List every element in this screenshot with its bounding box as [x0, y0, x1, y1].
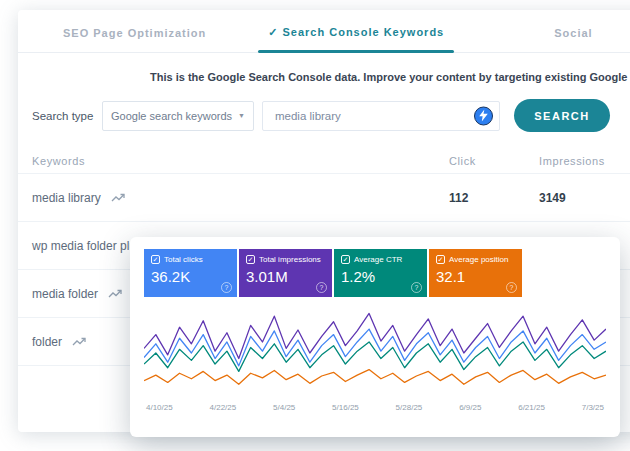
- x-tick: 7/3/25: [582, 403, 604, 412]
- x-tick: 6/21/25: [518, 403, 545, 412]
- gsc-performance-card: ✓ Total clicks 36.2K ? ✓ Total impressio…: [130, 237, 620, 437]
- dropdown-value: Google search keywords: [111, 110, 232, 122]
- help-icon[interactable]: ?: [316, 282, 327, 293]
- stat-total-impressions[interactable]: ✓ Total impressions 3.01M ?: [239, 249, 332, 297]
- search-controls: Search type Google search keywords ▼ SEA…: [32, 99, 630, 132]
- table-row[interactable]: media library 112 3149: [18, 174, 630, 222]
- search-type-dropdown[interactable]: Google search keywords ▼: [102, 101, 254, 131]
- keyword-text: media library: [32, 191, 101, 205]
- checkbox-icon: ✓: [151, 255, 160, 264]
- x-tick: 6/9/25: [459, 403, 481, 412]
- tabs-bar: SEO Page Optimization ✓Search Console Ke…: [18, 10, 630, 53]
- stat-boxes: ✓ Total clicks 36.2K ? ✓ Total impressio…: [144, 249, 606, 297]
- keyword-text: media folder: [32, 287, 98, 301]
- stat-label: Total impressions: [259, 255, 321, 264]
- stat-value: 36.2K: [151, 268, 230, 285]
- search-button[interactable]: SEARCH: [514, 99, 610, 132]
- x-tick: 5/16/25: [332, 403, 359, 412]
- stat-label: Total clicks: [164, 255, 203, 264]
- help-icon[interactable]: ?: [506, 282, 517, 293]
- x-tick: 4/22/25: [210, 403, 237, 412]
- checkbox-icon: ✓: [436, 255, 445, 264]
- keyword-input-wrap: [262, 101, 500, 131]
- tab-label: SEO Page Optimization: [63, 27, 206, 39]
- checkbox-icon: ✓: [246, 255, 255, 264]
- lightning-boost-icon[interactable]: [474, 106, 493, 125]
- tab-social[interactable]: Social: [554, 27, 592, 52]
- checkbox-icon: ✓: [341, 255, 350, 264]
- gsc-info-banner: This is the Google Search Console data. …: [150, 71, 630, 83]
- chevron-down-icon: ▼: [238, 112, 245, 119]
- check-icon: ✓: [268, 26, 278, 38]
- x-tick: 4/10/25: [146, 403, 173, 412]
- gsc-line-chart: [144, 307, 606, 399]
- stat-label: Average position: [449, 255, 508, 264]
- x-tick: 5/4/25: [273, 403, 295, 412]
- help-icon[interactable]: ?: [411, 282, 422, 293]
- trend-icon[interactable]: [111, 193, 126, 203]
- stat-value: 32.1: [436, 268, 515, 285]
- impressions-value: 3149: [539, 191, 630, 205]
- tab-label: Social: [554, 27, 592, 39]
- tab-seo-page-optimization[interactable]: SEO Page Optimization: [63, 27, 206, 52]
- stat-average-position[interactable]: ✓ Average position 32.1 ?: [429, 249, 522, 297]
- keyword-text: folder: [32, 335, 62, 349]
- stat-label: Average CTR: [354, 255, 402, 264]
- performance-chart-area: [144, 307, 606, 399]
- page: { "tabs": [ { "label": "SEO Page Optimiz…: [0, 0, 630, 451]
- chart-x-axis-labels: 4/10/25 4/22/25 5/4/25 5/16/25 5/28/25 6…: [144, 403, 606, 412]
- table-header: Keywords Click Impressions: [18, 148, 630, 174]
- keyword-search-input[interactable]: [262, 101, 500, 131]
- tab-search-console-keywords[interactable]: ✓Search Console Keywords: [268, 26, 444, 52]
- search-type-label: Search type: [32, 110, 98, 122]
- stat-average-ctr[interactable]: ✓ Average CTR 1.2% ?: [334, 249, 427, 297]
- stat-total-clicks[interactable]: ✓ Total clicks 36.2K ?: [144, 249, 237, 297]
- col-header-keywords: Keywords: [32, 155, 449, 167]
- stat-value: 1.2%: [341, 268, 420, 285]
- click-value: 112: [449, 191, 539, 205]
- trend-icon[interactable]: [108, 289, 123, 299]
- col-header-click: Click: [449, 155, 539, 167]
- bolt-glyph: [479, 110, 488, 122]
- stat-value: 3.01M: [246, 268, 325, 285]
- help-icon[interactable]: ?: [221, 282, 232, 293]
- tab-label: Search Console Keywords: [282, 26, 444, 38]
- x-tick: 5/28/25: [396, 403, 423, 412]
- trend-icon[interactable]: [72, 337, 87, 347]
- col-header-impressions: Impressions: [539, 155, 630, 167]
